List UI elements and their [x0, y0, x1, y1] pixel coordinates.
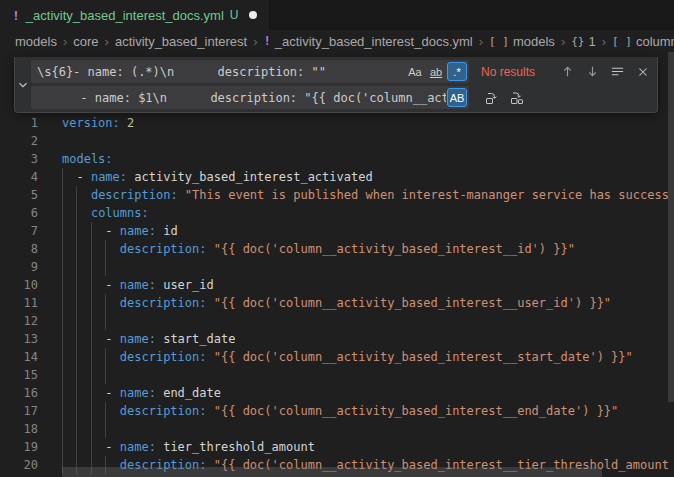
replace-input-box: AB — [31, 86, 469, 109]
find-input-box: Aa ab .* — [31, 60, 469, 83]
code-line[interactable]: 6 columns: — [0, 204, 674, 222]
regex-button[interactable]: .* — [447, 62, 467, 81]
yaml-file-icon: ! — [12, 8, 20, 23]
breadcrumb: models›core›activity_based_interest›!_ac… — [0, 30, 674, 52]
line-number: 9 — [0, 258, 62, 276]
symbol-object-icon: {} — [571, 35, 584, 48]
code-editor[interactable]: 1version: 223models:4 - name: activity_b… — [0, 114, 674, 474]
code-text — [62, 312, 120, 330]
breadcrumb-item[interactable]: [ ]models — [489, 34, 555, 49]
replace-button[interactable] — [481, 87, 502, 108]
breadcrumb-label: models — [513, 34, 555, 49]
tab-title: _activity_based_interest_docs.yml — [26, 8, 224, 23]
code-text: description: "{{ doc('column__activity_b… — [62, 348, 633, 366]
code-text: description: "{{ doc('column__activity_b… — [62, 294, 611, 312]
match-case-button[interactable]: Aa — [405, 62, 425, 81]
code-line[interactable]: 10 - name: user_id — [0, 276, 674, 294]
breadcrumb-label: _activity_based_interest_docs.yml — [275, 34, 473, 49]
code-text: models: — [62, 150, 113, 168]
dirty-indicator-icon[interactable] — [249, 11, 257, 19]
breadcrumb-item[interactable]: models — [15, 34, 57, 49]
code-line[interactable]: 1version: 2 — [0, 114, 674, 132]
code-text: - name: tier_threshold_amount — [62, 438, 315, 456]
find-next-button[interactable] — [582, 61, 603, 82]
preserve-case-button[interactable]: AB — [447, 88, 467, 107]
breadcrumb-label: activity_based_interest — [115, 34, 247, 49]
code-line[interactable]: 8 description: "{{ doc('column__activity… — [0, 240, 674, 258]
line-number: 20 — [0, 456, 62, 474]
code-text: - name: user_id — [62, 276, 214, 294]
code-line[interactable]: 11 description: "{{ doc('column__activit… — [0, 294, 674, 312]
tab-bar: ! _activity_based_interest_docs.yml U — [0, 0, 674, 30]
horizontal-scrollbar[interactable] — [62, 467, 602, 477]
vertical-scrollbar[interactable] — [668, 52, 674, 402]
line-number: 13 — [0, 330, 62, 348]
find-in-selection-button[interactable] — [607, 61, 628, 82]
symbol-array-icon: [ ] — [612, 35, 632, 48]
whole-word-button[interactable]: ab — [426, 62, 446, 81]
arrow-up-icon — [560, 64, 575, 79]
code-line[interactable]: 4 - name: activity_based_interest_activa… — [0, 168, 674, 186]
code-line[interactable]: 18 — [0, 420, 674, 438]
code-text — [62, 258, 120, 276]
line-number: 18 — [0, 420, 62, 438]
find-previous-button[interactable] — [557, 61, 578, 82]
breadcrumb-separator-icon: › — [561, 34, 565, 49]
line-number: 19 — [0, 438, 62, 456]
code-line[interactable]: 14 description: "{{ doc('column__activit… — [0, 348, 674, 366]
toggle-replace-button[interactable] — [15, 60, 31, 109]
code-text: - name: end_date — [62, 384, 221, 402]
line-number: 15 — [0, 366, 62, 384]
code-line[interactable]: 9 — [0, 258, 674, 276]
code-text: description: "{{ doc('column__activity_b… — [62, 402, 618, 420]
breadcrumb-separator-icon: › — [63, 34, 67, 49]
breadcrumb-item[interactable]: {}1 — [571, 34, 595, 49]
line-number: 8 — [0, 240, 62, 258]
find-results-count: No results — [481, 65, 553, 79]
replace-input[interactable] — [37, 91, 446, 105]
replace-all-button[interactable] — [506, 87, 527, 108]
symbol-array-icon: [ ] — [489, 35, 509, 48]
editor-tab[interactable]: ! _activity_based_interest_docs.yml U — [0, 0, 270, 30]
replace-all-icon — [509, 90, 525, 106]
code-text: - name: activity_based_interest_activate… — [62, 168, 373, 186]
line-number: 16 — [0, 384, 62, 402]
code-line[interactable]: 12 — [0, 312, 674, 330]
breadcrumb-item[interactable]: core — [73, 34, 98, 49]
code-line[interactable]: 19 - name: tier_threshold_amount — [0, 438, 674, 456]
breadcrumb-label: models — [15, 34, 57, 49]
breadcrumb-label: columns — [636, 34, 674, 49]
chevron-down-icon — [16, 78, 30, 92]
breadcrumb-item[interactable]: !_activity_based_interest_docs.yml — [264, 34, 473, 49]
code-line[interactable]: 13 - name: start_date — [0, 330, 674, 348]
code-line[interactable]: 5 description: "This event is published … — [0, 186, 674, 204]
line-number: 11 — [0, 294, 62, 312]
code-line[interactable]: 3models: — [0, 150, 674, 168]
code-line[interactable]: 15 — [0, 366, 674, 384]
find-input[interactable] — [37, 65, 404, 79]
line-number: 1 — [0, 114, 62, 132]
code-line[interactable]: 16 - name: end_date — [0, 384, 674, 402]
selection-lines-icon — [610, 64, 625, 79]
line-number: 2 — [0, 132, 62, 150]
breadcrumb-separator-icon: › — [105, 34, 109, 49]
find-widget: Aa ab .* No results AB — [14, 57, 658, 113]
line-number: 6 — [0, 204, 62, 222]
close-icon — [636, 65, 650, 79]
code-line[interactable]: 7 - name: id — [0, 222, 674, 240]
line-number: 7 — [0, 222, 62, 240]
code-line[interactable]: 17 description: "{{ doc('column__activit… — [0, 402, 674, 420]
breadcrumb-item[interactable]: [ ]columns — [612, 34, 674, 49]
arrow-down-icon — [585, 64, 600, 79]
line-number: 17 — [0, 402, 62, 420]
code-text: version: 2 — [62, 114, 134, 132]
code-text: description: "This event is published wh… — [62, 186, 669, 204]
line-number: 10 — [0, 276, 62, 294]
breadcrumb-separator-icon: › — [253, 34, 257, 49]
code-text — [62, 366, 120, 384]
breadcrumb-item[interactable]: activity_based_interest — [115, 34, 247, 49]
close-find-button[interactable] — [632, 61, 653, 82]
line-number: 5 — [0, 186, 62, 204]
replace-icon — [484, 90, 500, 106]
code-line[interactable]: 2 — [0, 132, 674, 150]
